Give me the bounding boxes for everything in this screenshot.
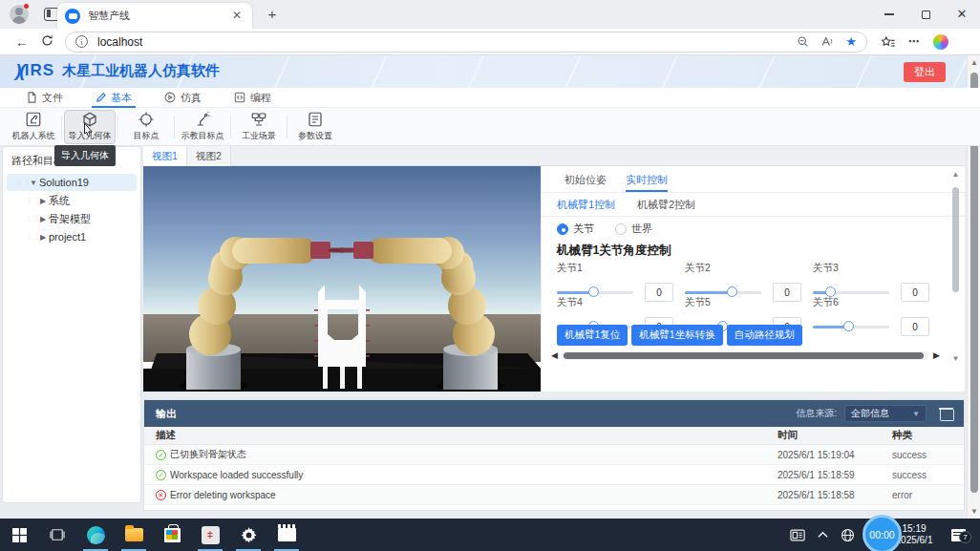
tab-close-icon[interactable]: ✕ [229, 9, 245, 24]
zoom-out-icon[interactable] [797, 35, 809, 48]
scroll-down-icon[interactable]: ▼ [968, 507, 980, 516]
robot-system-icon [25, 111, 42, 128]
panel-vertical-scrollbar[interactable]: ▲ ▼ [950, 170, 961, 363]
arm1-coord-convert-button[interactable]: 机械臂1坐标转换 [631, 325, 722, 346]
menu-item-simulation[interactable]: 仿真 [164, 88, 202, 108]
slider-thumb[interactable] [843, 321, 854, 331]
tree-item-solution[interactable]: ⋮⋮ ▼ Solution19 [7, 174, 137, 191]
joint3-slider[interactable] [813, 291, 889, 294]
menu-item-file[interactable]: 文件 [27, 88, 63, 108]
caret-right-icon[interactable]: ▶ [37, 215, 49, 223]
scroll-right-icon[interactable]: ▶ [933, 350, 940, 360]
url-text[interactable]: localhost [97, 35, 797, 49]
tab-arm1-control[interactable]: 机械臂1控制 [557, 198, 615, 212]
taskbar-java-app[interactable]: ǂ [191, 519, 229, 551]
refresh-button[interactable] [34, 34, 59, 50]
scroll-up-icon[interactable]: ▲ [968, 58, 980, 67]
favorites-hub-icon[interactable] [881, 35, 895, 49]
menu-item-basic[interactable]: 基本 [96, 88, 132, 108]
tree-item-system[interactable]: ⋮⋮ ▶ 系统 [7, 192, 137, 209]
joint2-slider[interactable] [685, 291, 761, 294]
window-close-button[interactable]: ✕ [944, 0, 980, 29]
network-globe-icon[interactable] [835, 528, 860, 542]
radio-joint[interactable]: 关节 [557, 222, 594, 236]
source-select[interactable]: 全部信息 ▼ [844, 405, 927, 422]
taskbar-edge[interactable] [76, 519, 115, 551]
view-tabs: 视图1 视图2 [143, 146, 965, 166]
menu-item-programming[interactable]: 编程 [234, 88, 271, 108]
joint6-slider[interactable] [813, 326, 889, 328]
tab-arm2-control[interactable]: 机械臂2控制 [637, 198, 695, 212]
viewport-3d[interactable] [143, 166, 541, 392]
joint1-slider[interactable] [557, 291, 633, 294]
taskbar-settings[interactable] [229, 519, 267, 551]
window-minimize-button[interactable] [871, 0, 907, 29]
coord-mode-radios: 关节 世界 [557, 222, 652, 236]
arm1-reset-button[interactable]: 机械臂1复位 [557, 325, 628, 346]
browser-tab[interactable]: 智慧产线 ✕ [57, 3, 252, 29]
tree-item-skeleton-model[interactable]: ⋮⋮ ▶ 骨架模型 [7, 210, 137, 227]
scroll-left-icon[interactable]: ◀ [551, 350, 558, 360]
copilot-icon[interactable] [933, 34, 948, 50]
scroll-down-icon[interactable]: ▼ [950, 354, 961, 363]
window-restore-button[interactable] [907, 0, 944, 29]
tree-item-project1[interactable]: ⋮⋮ ▶ project1 [7, 228, 137, 245]
drag-handle-icon[interactable]: ⋮⋮ [26, 197, 37, 204]
output-row[interactable]: ✓Workspace loaded successfully 2025/6/1 … [144, 465, 964, 485]
clear-output-trash-icon[interactable] [940, 407, 952, 420]
tab-view2[interactable]: 视图2 [187, 146, 231, 166]
scroll-up-icon[interactable]: ▲ [950, 170, 961, 179]
tool-industrial-scene[interactable]: 工业场景 [233, 110, 285, 144]
tool-robot-system[interactable]: 机器人系统 [8, 110, 59, 144]
joint6-value-input[interactable] [901, 317, 929, 336]
hidden-icons-chevron[interactable] [810, 531, 835, 539]
start-button[interactable] [0, 519, 38, 551]
taskbar-video-app[interactable] [267, 519, 306, 551]
back-button[interactable]: ← [10, 34, 34, 50]
play-circle-icon [164, 92, 176, 103]
drag-handle-icon[interactable]: ⋮⋮ [26, 215, 37, 223]
auto-path-plan-button[interactable]: 自动路径规划 [727, 325, 802, 346]
tab-initial-pose[interactable]: 初始位姿 [565, 170, 607, 192]
logo-text: IRS [25, 61, 54, 80]
tab-view1[interactable]: 视图1 [143, 146, 187, 166]
tool-teach-target[interactable]: 示教目标点 [177, 110, 228, 144]
widgets-icon[interactable] [785, 529, 810, 541]
tab-realtime-control[interactable]: 实时控制 [626, 170, 668, 192]
joint6-control: 关节6 [813, 296, 931, 336]
settings-more-icon[interactable]: ⋯ [908, 35, 920, 48]
logout-button[interactable]: 登出 [904, 62, 946, 82]
caret-down-icon[interactable]: ▼ [28, 179, 39, 187]
site-info-icon[interactable]: i [75, 35, 88, 48]
slider-thumb[interactable] [588, 286, 599, 297]
new-tab-button[interactable]: + [264, 7, 281, 24]
panel-horizontal-scrollbar[interactable]: ◀ ▶ [551, 350, 940, 361]
slider-thumb[interactable] [727, 286, 737, 297]
read-aloud-icon[interactable] [820, 35, 834, 48]
radio-world[interactable]: 世界 [615, 222, 652, 236]
drag-handle-icon[interactable]: ⋮⋮ [26, 233, 37, 241]
h-scroll-thumb[interactable] [564, 352, 924, 359]
recording-timer-overlay[interactable]: 00:00 [863, 515, 902, 551]
arm-tabs: 机械臂1控制 机械臂2控制 [542, 196, 965, 217]
industrial-scene-icon [250, 111, 267, 128]
notification-center-button[interactable]: 7 [944, 529, 972, 541]
output-row[interactable]: ✕Error deleting workspace 2025/6/1 15:18… [144, 485, 964, 505]
taskbar-store[interactable] [153, 519, 191, 551]
caret-right-icon[interactable]: ▶ [37, 233, 49, 242]
drag-handle-icon[interactable]: ⋮⋮ [16, 179, 28, 186]
tool-target-point[interactable]: 目标点 [120, 110, 172, 144]
taskbar-file-explorer[interactable] [115, 519, 153, 551]
caret-right-icon[interactable]: ▶ [37, 197, 49, 205]
slider-thumb[interactable] [825, 286, 836, 297]
import-geometry-tooltip: 导入几何体 [54, 145, 116, 166]
favorite-star-icon[interactable]: ★ [845, 34, 857, 49]
source-label: 信息来源: [796, 407, 837, 420]
task-view-button[interactable] [38, 519, 76, 551]
address-bar[interactable]: i localhost ★ [65, 32, 867, 53]
tool-param-settings[interactable]: 参数设置 [289, 110, 341, 144]
v-scroll-thumb[interactable] [952, 187, 959, 292]
edge-icon [87, 526, 105, 544]
pose-tabs: 初始位姿 实时控制 [542, 170, 965, 193]
output-row[interactable]: ✓已切换到骨架状态 2025/6/1 15:19:04 success [144, 445, 964, 465]
